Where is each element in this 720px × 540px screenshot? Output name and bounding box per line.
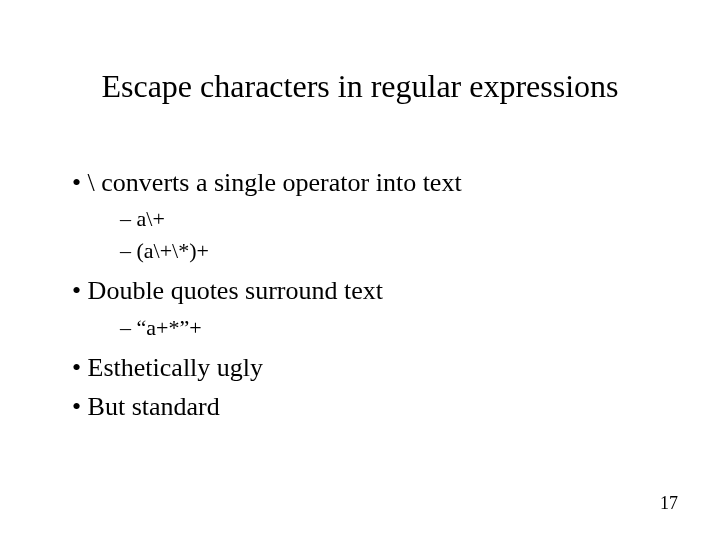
slide: Escape characters in regular expressions… bbox=[0, 0, 720, 540]
bullet-1-sub-1: a\+ bbox=[120, 204, 660, 234]
bullet-1-text: \ converts a single operator into text bbox=[88, 168, 462, 197]
bullet-2: Double quotes surround text bbox=[72, 273, 660, 308]
page-number: 17 bbox=[660, 493, 678, 514]
bullet-3: Esthetically ugly bbox=[72, 350, 660, 385]
bullet-4: But standard bbox=[72, 389, 660, 424]
bullet-1-sub-1-text: a\+ bbox=[137, 206, 165, 231]
bullet-4-text: But standard bbox=[88, 392, 220, 421]
bullet-2-text: Double quotes surround text bbox=[88, 276, 383, 305]
bullet-3-text: Esthetically ugly bbox=[88, 353, 263, 382]
slide-title: Escape characters in regular expressions bbox=[0, 68, 720, 105]
bullet-2-sub-1: “a+*”+ bbox=[120, 313, 660, 343]
bullet-1-sub-2-text: (a\+\*)+ bbox=[137, 238, 209, 263]
slide-body: \ converts a single operator into text a… bbox=[72, 165, 660, 428]
bullet-1-sub-2: (a\+\*)+ bbox=[120, 236, 660, 266]
bullet-1: \ converts a single operator into text bbox=[72, 165, 660, 200]
bullet-2-sub-1-text: “a+*”+ bbox=[137, 315, 202, 340]
